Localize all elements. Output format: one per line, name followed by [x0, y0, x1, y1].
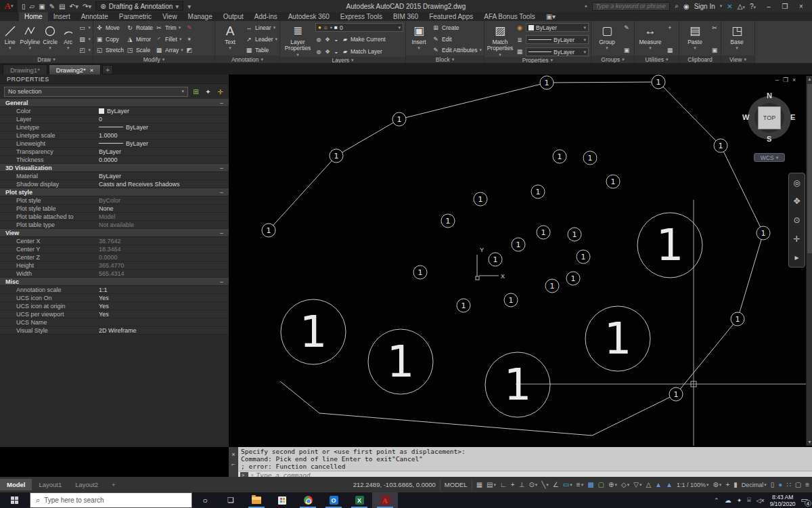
- restore-button[interactable]: ❐: [777, 0, 793, 12]
- autocad-logo[interactable]: A▾: [0, 0, 18, 12]
- taskbar-outlook[interactable]: O: [321, 492, 346, 508]
- layer-tool-icon[interactable]: ▰: [342, 49, 348, 55]
- property-row-shadow-display[interactable]: Shadow displayCasts and Receives Shadows: [0, 180, 229, 188]
- property-row-ucs-icon-on[interactable]: UCS icon OnYes: [0, 294, 229, 302]
- new-drawing-tab[interactable]: +: [102, 65, 113, 75]
- move-button[interactable]: ✜Move: [95, 23, 124, 33]
- tab-afa-bonus-tools[interactable]: AFA Bonus Tools: [478, 12, 540, 21]
- layer-tool-icon[interactable]: ◍: [315, 49, 322, 55]
- linetype-dropdown[interactable]: ByLayer▾: [526, 35, 589, 44]
- tab-insert[interactable]: Insert: [48, 12, 76, 21]
- customization-toggle[interactable]: ≡: [805, 481, 809, 488]
- taskbar-excel[interactable]: X: [346, 492, 372, 508]
- ltscale-button[interactable]: ▦: [516, 47, 524, 56]
- gizmo-toggle[interactable]: △: [646, 481, 651, 488]
- file-tab-drawing1[interactable]: Drawing1*: [3, 64, 47, 75]
- sign-in-button[interactable]: Sign In: [694, 3, 715, 10]
- create-button[interactable]: ⊞Create: [432, 23, 482, 33]
- file-tab-drawing2[interactable]: Drawing2*×: [49, 64, 101, 75]
- collapse-icon[interactable]: –: [220, 189, 229, 196]
- minimize-button[interactable]: –: [761, 0, 777, 12]
- hatch-button[interactable]: ▨▾: [78, 35, 91, 44]
- orbit-icon[interactable]: ✛: [793, 234, 800, 244]
- edit-button[interactable]: ✎Edit: [432, 35, 482, 44]
- taskbar-file-explorer[interactable]: [244, 492, 269, 508]
- scroll-up-icon[interactable]: ▲: [807, 76, 812, 83]
- explode-button[interactable]: ✴: [185, 35, 194, 44]
- tab-home[interactable]: Home: [19, 12, 48, 21]
- make-current-button[interactable]: ◍✥◒▰Make Current: [315, 35, 403, 44]
- property-row-ucs-per-viewport[interactable]: UCS per viewportYes: [0, 310, 229, 318]
- tab-add-ins[interactable]: Add-ins: [249, 12, 283, 21]
- selection-cycling-toggle[interactable]: ▢: [598, 481, 604, 488]
- arc-button[interactable]: Arc▾: [60, 22, 76, 56]
- new-file-icon[interactable]: ▯: [22, 3, 26, 10]
- insert-button[interactable]: ▣Insert▾: [408, 22, 430, 56]
- units-toggle[interactable]: ▮: [734, 481, 738, 488]
- annotation-monitor-toggle[interactable]: +: [725, 481, 729, 488]
- panel-label-utilities[interactable]: Utilities▾: [635, 56, 679, 63]
- volume-muted-icon[interactable]: ◁×: [757, 497, 765, 504]
- select-objects-icon[interactable]: ✦: [204, 88, 212, 96]
- section-header-view[interactable]: View–: [0, 229, 229, 237]
- search-icon[interactable]: ⌕: [675, 2, 679, 10]
- dropbox-icon[interactable]: ✦: [737, 497, 742, 504]
- edit-attributes-button[interactable]: ✎Edit Attributes▾: [432, 45, 482, 55]
- qat-customize-icon[interactable]: ▾: [187, 3, 191, 10]
- section-header-3d-visualization[interactable]: 3D Visualization–: [0, 164, 229, 172]
- linear-button[interactable]: ↔Linear▾: [245, 23, 277, 33]
- layer-dropdown[interactable]: ●☼▪■0▾: [315, 23, 403, 32]
- clock[interactable]: 8:43 AM 9/10/2020: [770, 494, 796, 507]
- autoscale-toggle[interactable]: ▲: [666, 481, 673, 488]
- clean-screen-toggle[interactable]: ▢: [795, 481, 801, 488]
- property-row-plot-style-table[interactable]: Plot style tableNone: [0, 205, 229, 213]
- polar-tracking-toggle[interactable]: ⊙▾: [528, 481, 537, 488]
- navigation-wheel-icon[interactable]: ◎: [793, 178, 800, 188]
- property-row-color[interactable]: ColorByLayer: [0, 107, 229, 115]
- taskbar-microsoft-store[interactable]: [269, 492, 295, 508]
- cortana-button[interactable]: ○: [192, 492, 218, 508]
- object-color-dropdown[interactable]: ByLayer▾: [526, 23, 589, 32]
- copy-button[interactable]: ▣Copy: [95, 35, 124, 44]
- task-view-button[interactable]: ❏: [218, 492, 244, 508]
- paste-button[interactable]: ▤Paste▾: [681, 22, 708, 56]
- properties-palette-title[interactable]: PROPERTIES: [0, 75, 229, 84]
- media-recorder-icon[interactable]: ▣▾: [541, 12, 561, 21]
- panel-label-clipboard[interactable]: Clipboard: [679, 56, 721, 63]
- viewcube-west[interactable]: W: [742, 113, 749, 121]
- selection-dropdown[interactable]: No selection ▾: [4, 87, 188, 97]
- lineweight-toggle[interactable]: ≡▾: [577, 481, 583, 488]
- units-dropdown[interactable]: Decimal▾: [742, 482, 767, 488]
- workspace-toggle[interactable]: ⊛▾: [713, 481, 721, 488]
- showmotion-icon[interactable]: ▸: [794, 253, 798, 262]
- collapse-icon[interactable]: –: [220, 100, 229, 106]
- tab-model[interactable]: Model: [0, 479, 32, 490]
- tab-layout2[interactable]: Layout2: [68, 479, 105, 490]
- quick-select-icon[interactable]: ⊞: [191, 88, 200, 96]
- fillet-button[interactable]: ◜Fillet▾: [155, 35, 183, 44]
- quick-properties-toggle[interactable]: ▯: [771, 481, 775, 488]
- minimize-drawing-icon[interactable]: –: [775, 77, 779, 83]
- copy-clip-button[interactable]: ▣: [710, 45, 719, 55]
- lock-ui-toggle[interactable]: ●: [778, 481, 782, 488]
- drawing-canvas[interactable]: 111111111111111111111111111111YX – ❐ × T…: [229, 75, 812, 447]
- fade-button[interactable]: ◩: [185, 45, 194, 55]
- workspace-switcher[interactable]: ⊛ Drafting & Annotation ▾: [95, 1, 183, 11]
- close-drawing-icon[interactable]: ×: [792, 77, 796, 83]
- viewcube-north[interactable]: N: [767, 91, 772, 100]
- rectangle-button[interactable]: ▭▾: [78, 23, 91, 33]
- start-button[interactable]: [0, 492, 30, 508]
- property-row-plot-table-attached-to[interactable]: Plot table attached toModel: [0, 213, 229, 221]
- mirror-button[interactable]: ◮Mirror: [126, 35, 153, 44]
- collapse-icon[interactable]: –: [220, 165, 229, 171]
- property-row-linetype-scale[interactable]: Linetype scale1.0000: [0, 131, 229, 140]
- restore-drawing-icon[interactable]: ❐: [783, 77, 788, 83]
- grid-toggle[interactable]: ▦: [476, 481, 482, 488]
- onedrive-icon[interactable]: ☁: [725, 496, 731, 504]
- tab-layout1[interactable]: Layout1: [32, 479, 68, 490]
- undo-icon[interactable]: ↶▾: [70, 3, 78, 10]
- tab-annotate[interactable]: Annotate: [76, 12, 114, 21]
- pan-icon[interactable]: ✥: [793, 196, 800, 206]
- property-row-width[interactable]: Width565.4314: [0, 270, 229, 278]
- dynamic-ucs-toggle[interactable]: ◇▾: [621, 481, 629, 488]
